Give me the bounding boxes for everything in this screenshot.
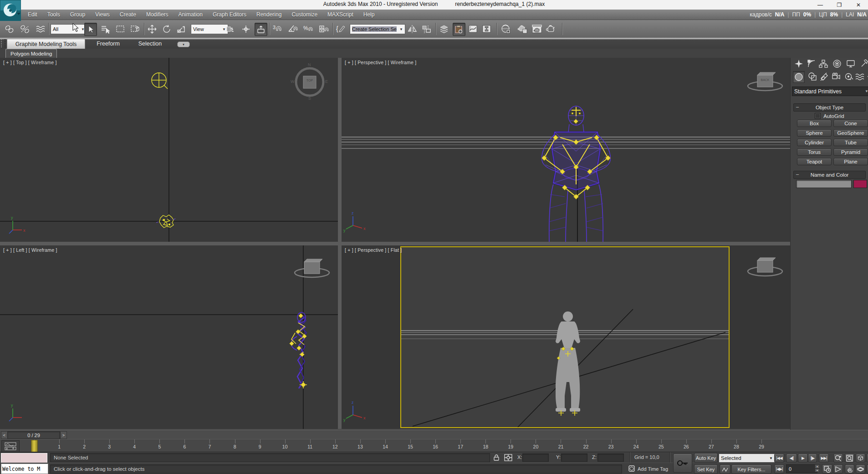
zoom-all-icon[interactable] <box>845 454 854 463</box>
menu-edit[interactable]: Edit <box>23 11 42 18</box>
spacewarps-category-icon[interactable] <box>854 71 865 82</box>
field-of-view-icon[interactable] <box>833 464 843 474</box>
add-time-tag[interactable]: Add Time Tag <box>638 466 668 472</box>
auto-key-button[interactable]: Auto Key <box>694 453 718 463</box>
object-type-button-geosphere[interactable]: GeoSphere <box>833 129 868 137</box>
ribbon-minimize-button[interactable]: ▼ <box>177 41 190 47</box>
menu-group[interactable]: Group <box>65 11 90 18</box>
goto-start-button[interactable]: |◀◀ <box>774 454 784 463</box>
application-menu-button[interactable] <box>0 0 21 21</box>
object-type-button-box[interactable]: Box <box>797 120 832 127</box>
viewport-top[interactable]: [ + ] [ Top ] [ Wireframe ] x y <box>0 58 338 242</box>
absolute-offset-toggle-icon[interactable] <box>503 453 514 462</box>
mirror-icon[interactable] <box>406 23 418 35</box>
autogrid-checkbox[interactable] <box>815 113 821 119</box>
menu-tools[interactable]: Tools <box>42 11 65 18</box>
ribbon-tab-freeform[interactable]: Freeform <box>87 39 130 49</box>
utilities-tab-icon[interactable] <box>859 59 868 69</box>
lights-category-icon[interactable] <box>819 71 830 82</box>
mini-curve-editor-button[interactable] <box>1 440 20 452</box>
time-configuration-icon[interactable] <box>822 464 832 474</box>
quick-render-icon[interactable] <box>545 23 557 35</box>
spinner-snap-toggle-icon[interactable] <box>318 23 330 35</box>
viewcube-top-label[interactable]: TOP <box>304 79 315 82</box>
viewport-left-label[interactable]: [ + ] [ Left ] [ Wireframe ] <box>3 247 57 253</box>
zoom-icon[interactable] <box>833 454 843 463</box>
object-color-swatch[interactable] <box>853 180 867 188</box>
selection-filter-dropdown[interactable]: All▼ <box>51 24 87 34</box>
tab-polygon-modeling[interactable]: Polygon Modeling <box>5 49 57 58</box>
unlink-selection-icon[interactable] <box>19 23 31 35</box>
isolate-selection-icon[interactable] <box>627 464 637 473</box>
align-icon[interactable] <box>421 23 433 35</box>
object-type-button-pyramid[interactable]: Pyramid <box>833 148 868 156</box>
display-tab-icon[interactable] <box>845 59 856 69</box>
motion-tab-icon[interactable] <box>832 59 842 69</box>
keyboard-override-toggle-icon[interactable] <box>255 23 267 36</box>
z-coordinate-field[interactable] <box>597 454 624 462</box>
minimize-button[interactable]: — <box>811 0 830 10</box>
use-pivot-center-icon[interactable] <box>225 23 236 35</box>
viewport-left[interactable]: [ + ] [ Left ] [ Wireframe ] <box>0 245 338 429</box>
create-tab-icon[interactable] <box>793 59 804 69</box>
ribbon-tab-graphite-modeling-tools[interactable]: Graphite Modeling Tools <box>7 39 85 49</box>
helpers-category-icon[interactable] <box>843 71 854 82</box>
snaps-toggle-3d-icon[interactable]: 3 <box>271 23 283 35</box>
next-frame-button[interactable]: ||▶ <box>808 454 817 463</box>
object-type-button-tube[interactable]: Tube <box>833 139 868 146</box>
render-setup-icon[interactable] <box>516 23 528 35</box>
ribbon-tab-selection[interactable]: Selection <box>131 39 169 49</box>
select-and-scale-icon[interactable] <box>175 23 187 35</box>
y-coordinate-field[interactable] <box>561 454 587 462</box>
menu-views[interactable]: Views <box>90 11 115 18</box>
frame-indicator[interactable]: 0 / 29 <box>7 431 60 439</box>
viewcube-back[interactable] <box>748 72 782 91</box>
object-name-field[interactable] <box>796 180 852 188</box>
viewcube-top[interactable] <box>296 68 323 96</box>
select-by-name-icon[interactable] <box>100 23 112 35</box>
object-type-button-cone[interactable]: Cone <box>833 120 868 127</box>
material-editor-icon[interactable] <box>500 23 512 35</box>
key-mode-toggle[interactable]: |◀▶| <box>774 464 784 474</box>
systems-category-icon[interactable] <box>865 71 868 82</box>
select-and-manipulate-icon[interactable] <box>240 23 252 35</box>
play-button[interactable]: ▶ <box>798 454 808 463</box>
viewport-perspective-label[interactable]: [ + ] [ Perspective ] [ Wireframe ] <box>345 60 416 65</box>
named-selection-set-combo[interactable]: Create Selection Se▼ <box>350 24 405 34</box>
previous-frame-button[interactable]: ◀|| <box>786 454 797 463</box>
graphite-modeling-toggle-icon[interactable] <box>453 23 465 36</box>
viewport-perspective-wireframe[interactable]: [ + ] [ Perspective ] [ Wireframe ] <box>342 58 790 242</box>
frame-forward-button[interactable]: > <box>60 431 67 439</box>
viewport-perspective-flat-label[interactable]: [ + ] [ Perspective ] [ Flat ] <box>345 247 402 253</box>
object-type-rollout-header[interactable]: – Object Type <box>793 103 866 112</box>
selection-lock-icon[interactable] <box>492 453 501 462</box>
bind-to-spacewarp-icon[interactable] <box>35 23 46 35</box>
select-and-link-icon[interactable] <box>4 23 15 35</box>
hierarchy-tab-icon[interactable] <box>818 59 829 69</box>
current-frame-field[interactable]: 0 <box>786 464 817 473</box>
zoom-extents-icon[interactable] <box>856 454 865 463</box>
menu-maxscript[interactable]: MAXScript <box>322 11 358 18</box>
key-filters-button[interactable]: Key Filters... <box>731 464 771 474</box>
close-button[interactable]: ✕ <box>849 0 868 10</box>
viewcube-left[interactable] <box>295 259 329 277</box>
modify-tab-icon[interactable] <box>806 59 817 69</box>
layer-manager-icon[interactable] <box>438 23 450 35</box>
viewcube-back-label[interactable]: BACK <box>758 78 772 82</box>
object-type-button-teapot[interactable]: Teapot <box>797 158 832 165</box>
object-type-button-sphere[interactable]: Sphere <box>797 129 832 137</box>
maxscript-mini-listener[interactable]: Welcome to M <box>1 464 48 474</box>
window-crossing-toggle-icon[interactable] <box>130 23 142 35</box>
menu-animation[interactable]: Animation <box>174 11 208 18</box>
cameras-category-icon[interactable] <box>831 71 842 82</box>
viewport-top-label[interactable]: [ + ] [ Top ] [ Wireframe ] <box>3 60 57 65</box>
rectangular-selection-region-icon[interactable] <box>114 23 126 35</box>
category-dropdown[interactable]: Standard Primitives▼ <box>792 87 868 96</box>
key-tangents-icon[interactable] <box>720 464 730 474</box>
rendered-frame-window-icon[interactable] <box>531 23 543 35</box>
object-type-button-torus[interactable]: Torus <box>797 148 832 156</box>
menu-modifiers[interactable]: Modifiers <box>141 11 174 18</box>
select-and-move-icon[interactable] <box>146 23 158 35</box>
menu-rendering[interactable]: Rendering <box>251 11 286 18</box>
frame-back-button[interactable]: < <box>1 431 8 439</box>
